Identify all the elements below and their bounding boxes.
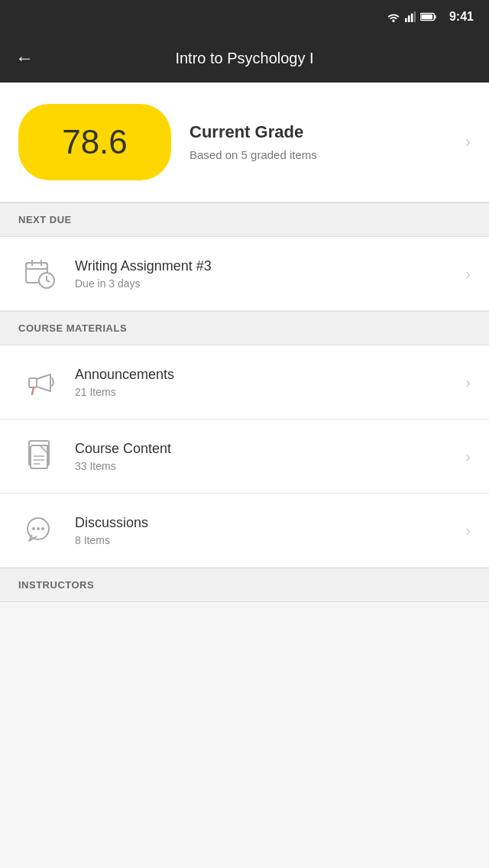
page-title: Intro to Psychology I	[49, 50, 440, 67]
svg-rect-2	[411, 14, 413, 22]
grade-subtitle: Based on 5 graded items	[189, 147, 441, 163]
svg-rect-1	[408, 15, 410, 22]
course-content-subtitle: 33 Items	[75, 460, 452, 472]
battery-icon	[420, 12, 437, 21]
next-due-section-label: NEXT DUE	[0, 202, 489, 237]
instructors-section-label: INSTRUCTORS	[0, 568, 489, 602]
status-time: 9:41	[449, 10, 474, 24]
assignment-icon	[18, 252, 61, 295]
announcements-chevron-icon: ›	[465, 374, 471, 391]
document-icon	[23, 438, 57, 474]
course-materials-section-label: COURSE MATERIALS	[0, 311, 489, 345]
next-due-item-text: Writing Assignment #3 Due in 3 days	[75, 258, 452, 290]
grade-section[interactable]: 78.6 Current Grade Based on 5 graded ite…	[0, 83, 489, 202]
back-button[interactable]: ←	[15, 47, 34, 69]
grade-title: Current Grade	[189, 122, 441, 142]
course-content-chevron-icon: ›	[465, 448, 471, 465]
announcements-subtitle: 21 Items	[75, 386, 452, 398]
next-due-item[interactable]: Writing Assignment #3 Due in 3 days ›	[0, 237, 489, 311]
svg-point-21	[32, 527, 35, 530]
grade-badge: 78.6	[18, 104, 171, 180]
announcements-icon	[18, 361, 61, 403]
discussions-title: Discussions	[75, 515, 452, 531]
announcements-item-text: Announcements 21 Items	[75, 367, 452, 398]
next-due-chevron-icon: ›	[465, 265, 471, 283]
wifi-icon	[387, 11, 400, 22]
discussions-chevron-icon: ›	[465, 522, 471, 539]
course-content-item-text: Course Content 33 Items	[75, 441, 452, 472]
svg-rect-14	[29, 378, 37, 387]
svg-point-22	[37, 527, 40, 530]
next-due-title: Writing Assignment #3	[75, 258, 452, 274]
grade-value: 78.6	[62, 123, 128, 161]
svg-rect-3	[414, 11, 416, 22]
svg-rect-8	[26, 263, 47, 269]
discussions-subtitle: 8 Items	[75, 534, 452, 546]
megaphone-icon	[21, 364, 58, 400]
next-due-subtitle: Due in 3 days	[75, 277, 452, 290]
status-bar: 9:41	[0, 0, 489, 34]
svg-rect-6	[421, 15, 432, 19]
course-content-item[interactable]: Course Content 33 Items ›	[0, 419, 489, 494]
announcements-title: Announcements	[75, 367, 452, 383]
status-icons	[387, 11, 437, 22]
course-content-title: Course Content	[75, 441, 452, 457]
discussions-item[interactable]: Discussions 8 Items ›	[0, 494, 489, 568]
svg-rect-0	[405, 18, 407, 22]
discussions-item-text: Discussions 8 Items	[75, 515, 452, 546]
signal-icon	[405, 11, 416, 22]
calendar-clock-icon	[21, 255, 58, 292]
grade-info: Current Grade Based on 5 graded items	[189, 122, 441, 163]
app-header: ← Intro to Psychology I	[0, 34, 489, 83]
svg-line-15	[32, 387, 34, 394]
svg-point-23	[41, 527, 44, 530]
grade-chevron-icon: ›	[465, 132, 471, 152]
announcements-item[interactable]: Announcements 21 Items ›	[0, 345, 489, 419]
course-content-icon	[18, 435, 61, 478]
discussions-icon	[18, 509, 61, 552]
svg-rect-5	[435, 15, 436, 19]
chat-icon	[21, 512, 58, 549]
